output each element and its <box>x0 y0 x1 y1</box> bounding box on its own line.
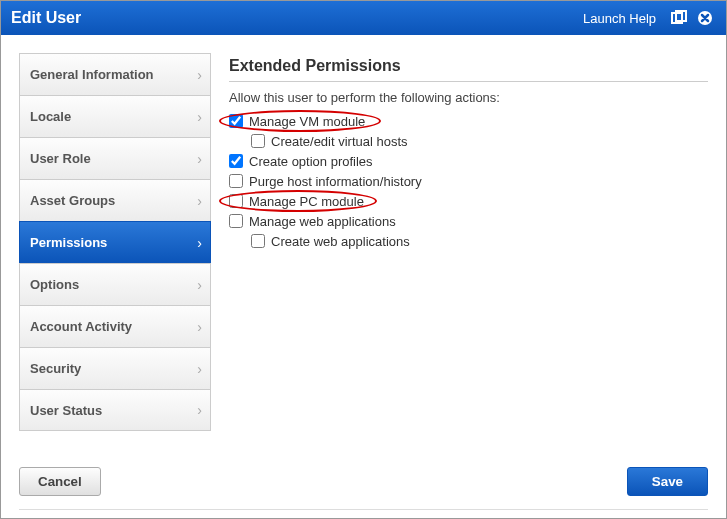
edit-user-dialog: Edit User Launch Help General Informatio… <box>0 0 727 519</box>
sidebar-item-label: Account Activity <box>30 319 132 334</box>
permission-row: Manage web applications <box>229 211 708 231</box>
permission-checkbox-create-virtual-hosts[interactable] <box>251 134 265 148</box>
dialog-footer: Cancel Save <box>1 453 726 509</box>
chevron-right-icon: › <box>197 361 202 377</box>
sidebar-item-label: User Role <box>30 151 91 166</box>
chevron-right-icon: › <box>197 67 202 83</box>
permission-checkbox-create-option-profiles[interactable] <box>229 154 243 168</box>
chevron-right-icon: › <box>197 151 202 167</box>
sidebar-item-label: Asset Groups <box>30 193 115 208</box>
chevron-right-icon: › <box>197 277 202 293</box>
chevron-right-icon: › <box>197 402 202 418</box>
permission-checkbox-create-web-apps[interactable] <box>251 234 265 248</box>
dialog-title: Edit User <box>11 9 583 27</box>
sidebar-item-asset-groups[interactable]: Asset Groups› <box>19 179 211 221</box>
permission-label: Manage VM module <box>249 114 365 129</box>
divider <box>19 509 708 510</box>
sidebar-item-options[interactable]: Options› <box>19 263 211 305</box>
permission-label: Create option profiles <box>249 154 373 169</box>
permission-checkbox-manage-web-apps[interactable] <box>229 214 243 228</box>
section-heading: Extended Permissions <box>229 57 708 82</box>
launch-help-link[interactable]: Launch Help <box>583 11 656 26</box>
permission-row: Manage PC module <box>229 191 708 211</box>
permission-checkbox-manage-pc[interactable] <box>229 194 243 208</box>
permissions-list: Manage VM module Create/edit virtual hos… <box>229 111 708 251</box>
cancel-button[interactable]: Cancel <box>19 467 101 496</box>
sidebar-item-label: Locale <box>30 109 71 124</box>
permission-label: Create/edit virtual hosts <box>271 134 408 149</box>
permission-row: Create web applications <box>251 231 708 251</box>
permission-row: Manage VM module <box>229 111 708 131</box>
chevron-right-icon: › <box>197 193 202 209</box>
chevron-right-icon: › <box>197 235 202 251</box>
sidebar-item-user-status[interactable]: User Status› <box>19 389 211 431</box>
sidebar: General Information› Locale› User Role› … <box>19 53 211 453</box>
save-button[interactable]: Save <box>627 467 708 496</box>
dialog-body: General Information› Locale› User Role› … <box>1 35 726 453</box>
close-icon[interactable] <box>694 7 716 29</box>
sidebar-item-label: General Information <box>30 67 154 82</box>
sidebar-item-label: Security <box>30 361 81 376</box>
sidebar-item-general-information[interactable]: General Information› <box>19 53 211 95</box>
popout-icon[interactable] <box>668 7 690 29</box>
permission-row: Create option profiles <box>229 151 708 171</box>
sidebar-item-permissions[interactable]: Permissions› <box>19 221 211 263</box>
titlebar: Edit User Launch Help <box>1 1 726 35</box>
sidebar-item-locale[interactable]: Locale› <box>19 95 211 137</box>
section-description: Allow this user to perform the following… <box>229 90 708 105</box>
permission-checkbox-purge-host[interactable] <box>229 174 243 188</box>
content-panel: Extended Permissions Allow this user to … <box>229 53 708 453</box>
sidebar-item-label: Options <box>30 277 79 292</box>
permission-checkbox-manage-vm[interactable] <box>229 114 243 128</box>
permission-label: Create web applications <box>271 234 410 249</box>
permission-label: Purge host information/history <box>249 174 422 189</box>
sidebar-item-label: User Status <box>30 403 102 418</box>
permission-row: Purge host information/history <box>229 171 708 191</box>
sidebar-item-user-role[interactable]: User Role› <box>19 137 211 179</box>
sidebar-item-label: Permissions <box>30 235 107 250</box>
chevron-right-icon: › <box>197 109 202 125</box>
permission-label: Manage web applications <box>249 214 396 229</box>
chevron-right-icon: › <box>197 319 202 335</box>
permission-row: Create/edit virtual hosts <box>251 131 708 151</box>
sidebar-item-security[interactable]: Security› <box>19 347 211 389</box>
permission-label: Manage PC module <box>249 194 364 209</box>
sidebar-item-account-activity[interactable]: Account Activity› <box>19 305 211 347</box>
